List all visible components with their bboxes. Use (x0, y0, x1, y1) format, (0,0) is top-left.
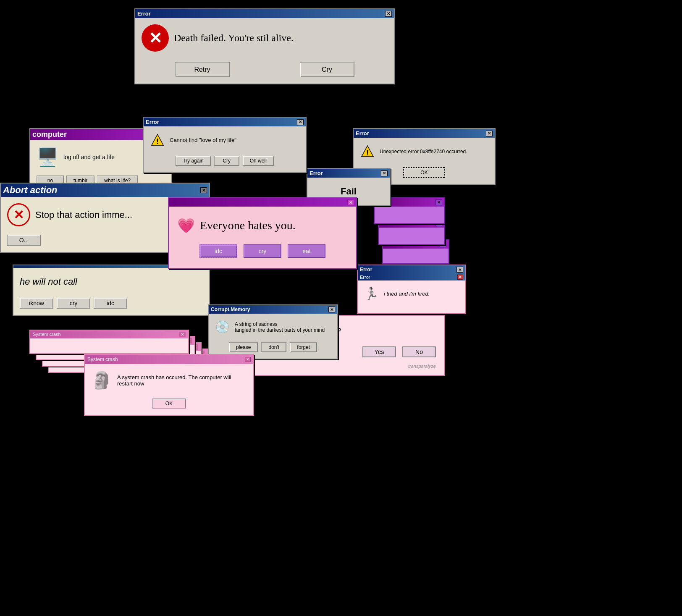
try-again-button[interactable]: Try again (176, 156, 211, 166)
error-small3-body (383, 249, 449, 263)
he-will-not-call-body: he will not call iknow cry idc (13, 268, 209, 315)
error-main-title: Error (137, 10, 151, 17)
error-unexpected-titlebar: Error ✕ (354, 129, 495, 138)
corrupt-memory-body: 💿 A string of sadness tangled in the dar… (209, 314, 337, 359)
error-main-body: ✕ Death failed. You're stil alive. Retry… (135, 18, 394, 84)
system-crash-title: System crash (87, 356, 118, 362)
everyone-hates-dialog: ✕ 💗 Everyone hates you. idc cry eat (168, 197, 357, 269)
error-itried-title2: Error (360, 275, 370, 280)
ok-button-unexpected[interactable]: OK (403, 167, 445, 178)
idc-button-2[interactable]: idc (94, 298, 127, 309)
abort-ok-button[interactable]: O... (7, 235, 41, 246)
error-love-titlebar: Error ✕ (144, 118, 306, 126)
everyone-hates-titlebar: ✕ (169, 198, 356, 207)
error-small1-body (375, 207, 444, 223)
system-crash-ok-button[interactable]: OK (152, 398, 186, 409)
computer-title: computer (32, 130, 67, 139)
yes-button[interactable]: Yes (362, 346, 396, 357)
everyone-hates-close[interactable]: ✕ (347, 199, 354, 205)
error-fail-close[interactable]: ✕ (381, 170, 388, 176)
computer-message: log off and get a life (63, 154, 115, 160)
abort-message: Stop that action imme... (35, 210, 132, 220)
corrupt-message-line1: A string of sadness (235, 321, 325, 327)
transparalyze-label: transparalyze (408, 364, 436, 369)
error-love-body: ! Cannot find "love of my life" Try agai… (144, 126, 306, 172)
error-itried-close1[interactable]: ✕ (456, 267, 463, 273)
abort-titlebar: Abort action ✕ (1, 183, 209, 197)
idc-button[interactable]: idc (199, 244, 237, 258)
error-love-message: Cannot find "love of my life" (170, 137, 236, 143)
retry-button[interactable]: Retry (175, 62, 230, 77)
heart-icon: 💗 (177, 217, 195, 234)
abort-error-icon: ✕ (7, 203, 30, 226)
error-love-dialog: Error ✕ ! Cannot find "love of my life" … (143, 117, 307, 173)
abort-close[interactable]: ✕ (200, 187, 207, 193)
error-itried-title1: Error (360, 267, 372, 273)
error-icon: ✕ (142, 24, 169, 52)
corrupt-memory-close[interactable]: ✕ (328, 307, 335, 312)
error-itried-body: 🏃 i tried and i'm fired. (358, 280, 465, 313)
oh-well-button[interactable]: Oh well (243, 156, 274, 166)
computer-icon: 🖥️ (37, 147, 58, 167)
warning-icon-unexpected: ! (360, 144, 375, 159)
error-itried-close2[interactable]: ✕ (457, 275, 463, 280)
error-itried-dialog: Error ✕ Error ✕ 🏃 i tried and i'm fired. (357, 265, 466, 314)
error-itried-message: i tried and i'm fired. (384, 291, 430, 297)
error-main-close[interactable]: ✕ (385, 11, 392, 17)
error-small2-body (379, 228, 444, 244)
error-fail-titlebar: Error ✕ (307, 169, 390, 178)
cry-button-4[interactable]: cry (57, 298, 90, 309)
he-will-not-call-dialog: he will not call iknow cry idc (13, 265, 210, 316)
everyone-hates-body: 💗 Everyone hates you. idc cry eat (169, 207, 356, 268)
error-main-dialog: Error ✕ ✕ Death failed. You're stil aliv… (134, 8, 395, 84)
abort-title: Abort action (3, 185, 58, 196)
corrupt-memory-titlebar: Corrupt Memory ✕ (209, 305, 337, 314)
dont-button[interactable]: don't (261, 342, 286, 352)
cry-button[interactable]: Cry (300, 62, 354, 77)
error-love-close[interactable]: ✕ (297, 119, 304, 125)
error-itried-titlebar: Error ✕ (358, 265, 465, 274)
no-button-2[interactable]: No (402, 346, 436, 357)
he-will-not-call-message: he will not call (20, 276, 203, 287)
system-crash-close[interactable]: ✕ (245, 357, 251, 362)
system-crash-message: A system crash has occured. The computer… (117, 374, 247, 387)
error-unexpected-message: Unexpected error 0x8ffe2740 occurred. (380, 149, 467, 155)
error-love-title: Error (146, 119, 159, 125)
error-fail-message: Fail (341, 186, 357, 197)
corrupt-memory-dialog: Corrupt Memory ✕ 💿 A string of sadness t… (208, 304, 338, 359)
corrupt-memory-title: Corrupt Memory (211, 307, 250, 312)
system-crash-titlebar: System crash ✕ (85, 355, 253, 364)
itried-icon: 🏃 (364, 287, 379, 301)
eat-button[interactable]: eat (288, 244, 325, 258)
error-small1-close[interactable]: ✕ (435, 199, 442, 205)
corrupt-message-line2: tangled in the darkest parts of your min… (235, 327, 325, 333)
svg-text:!: ! (366, 149, 369, 157)
system-crash-dialog: System crash ✕ 🗿 A system crash has occu… (84, 354, 254, 416)
everyone-hates-message: Everyone hates you. (200, 219, 296, 232)
system-crash-body: 🗿 A system crash has occured. The comput… (85, 364, 253, 415)
svg-text:!: ! (156, 137, 159, 146)
error-main-message: Death failed. You're stil alive. (174, 32, 294, 44)
error-fail-title: Error (310, 170, 323, 176)
iknow-button[interactable]: iknow (20, 298, 53, 309)
cry-button-2[interactable]: Cry (214, 156, 239, 166)
corrupt-icon: 💿 (215, 320, 230, 334)
system-crash-icon: 🗿 (91, 370, 112, 390)
error-unexpected-close[interactable]: ✕ (486, 131, 493, 136)
warning-icon-love: ! (150, 133, 165, 147)
please-button[interactable]: please (229, 342, 258, 352)
error-main-titlebar: Error ✕ (135, 9, 394, 18)
error-itried-titlebar2: Error ✕ (358, 274, 465, 280)
cry-button-3[interactable]: cry (244, 244, 281, 258)
system-crash-bg1: System crash ✕ (29, 330, 189, 354)
forget-button[interactable]: forget (290, 342, 317, 352)
error-unexpected-title: Error (356, 130, 369, 136)
